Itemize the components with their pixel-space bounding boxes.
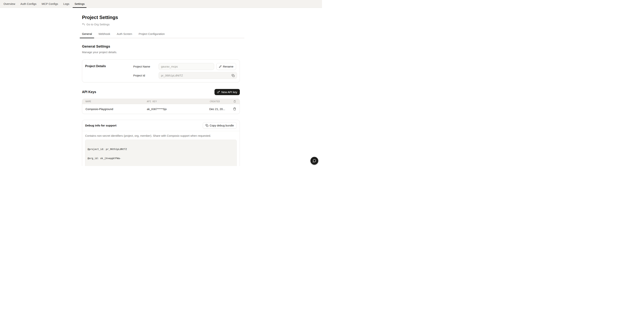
project-name-row: Project Name Rename (133, 63, 237, 70)
key-icon (217, 91, 220, 93)
delete-all-keys-button[interactable] (234, 100, 236, 103)
trash-icon (234, 100, 236, 103)
project-name-label: Project Name (133, 65, 158, 68)
top-nav: Overview Auth Configs MCP Configs Logs S… (0, 0, 322, 8)
project-id-label: Project Id (133, 74, 158, 77)
api-key-name: Composio-Playground (86, 107, 113, 111)
page-title: Project Settings (82, 15, 322, 20)
go-to-org-settings-label: Go to Org Settings (86, 23, 110, 26)
project-id-value: pr_06th1pLdNtTZ (161, 74, 183, 77)
debug-card-title: Debug info for support (85, 124, 116, 127)
go-to-org-settings-link[interactable]: Go to Org Settings (82, 23, 110, 26)
project-name-input[interactable] (158, 63, 214, 70)
project-id-box: pr_06th1pLdNtTZ (158, 72, 237, 79)
general-settings-heading: General Settings (82, 44, 322, 49)
column-header-name: NAME (86, 100, 91, 103)
chat-bubble-icon (312, 159, 316, 163)
nav-item-auth-configs[interactable]: Auth Configs (19, 0, 38, 8)
trash-icon (233, 107, 236, 110)
debug-bundle-code-block: @project_id: pr_06th1pLdNtTZ @org_id: ok… (85, 140, 237, 166)
tab-auth-screen[interactable]: Auth Screen (114, 32, 134, 38)
rename-button[interactable]: Rename (216, 63, 236, 70)
debug-description: Contains non-secret identifiers (project… (85, 134, 237, 137)
api-keys-table-header: NAME API KEY CREATED (82, 99, 240, 104)
api-keys-header: API Keys New API key (82, 89, 240, 95)
project-details-fields: Project Name Rename Project Id pr_06th1p… (133, 63, 237, 79)
nav-item-settings[interactable]: Settings (73, 0, 86, 8)
main-content: Project Settings Go to Org Settings Gene… (0, 15, 322, 166)
column-header-api-key: API KEY (147, 100, 157, 103)
delete-api-key-button[interactable] (233, 107, 236, 110)
support-chat-button[interactable] (310, 157, 318, 165)
debug-card-body: Contains non-secret identifiers (project… (82, 131, 240, 166)
api-keys-table: NAME API KEY CREATED Composio-Playground… (82, 99, 240, 114)
api-keys-heading: API Keys (82, 90, 96, 94)
column-header-created: CREATED (210, 100, 220, 103)
copy-icon (206, 124, 208, 127)
corner-up-left-icon (82, 23, 85, 26)
tab-webhook[interactable]: Webhook (96, 32, 112, 38)
general-settings-subheading: Manage your project details. (82, 51, 322, 54)
nav-item-mcp-configs[interactable]: MCP Configs (40, 0, 60, 8)
api-key-created: Dec 21, 20... (209, 107, 225, 111)
nav-item-logs[interactable]: Logs (62, 0, 71, 8)
debug-info-card: Debug info for support Copy debug bundle… (82, 120, 240, 166)
new-api-key-label: New API key (222, 91, 237, 94)
api-key-value: ak_KW7*****Sjv (147, 107, 167, 111)
tab-project-configuration[interactable]: Project Configuration (136, 32, 167, 38)
copy-debug-bundle-button[interactable]: Copy debug bundle (203, 122, 237, 129)
new-api-key-button[interactable]: New API key (214, 89, 240, 95)
copy-project-id-button[interactable] (232, 74, 234, 77)
debug-card-header: Debug info for support Copy debug bundle (82, 120, 240, 131)
settings-tabs: General Webhook Auth Screen Project Conf… (80, 32, 244, 38)
tab-general[interactable]: General (80, 32, 94, 38)
nav-item-overview[interactable]: Overview (2, 0, 17, 8)
debug-line-project-id: @project_id: pr_06th1pLdNtTZ (88, 148, 234, 151)
debug-line-org-id: @org_id: ok_jVveqqkYFWa- (88, 157, 234, 160)
project-details-title: Project Details (85, 63, 133, 79)
project-id-row: Project Id pr_06th1pLdNtTZ (133, 72, 237, 79)
copy-debug-bundle-label: Copy debug bundle (210, 124, 234, 127)
pencil-icon (219, 65, 222, 68)
copy-icon (232, 74, 234, 77)
api-key-row: Composio-Playground ak_KW7*****Sjv Dec 2… (82, 104, 240, 114)
project-details-card: Project Details Project Name Rename Proj… (82, 60, 240, 83)
rename-label: Rename (223, 65, 234, 68)
